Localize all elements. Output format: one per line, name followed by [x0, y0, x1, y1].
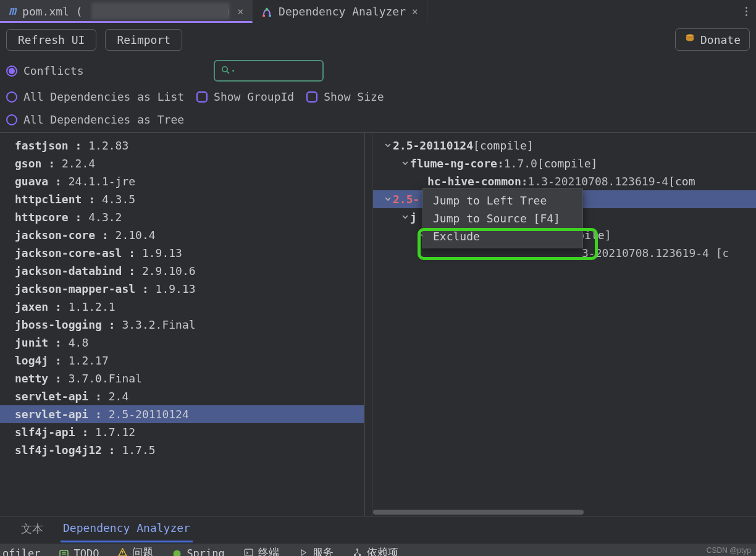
list-item[interactable]: jboss-logging : 3.3.2.Final: [0, 316, 364, 334]
dependency-analyzer-icon: [261, 6, 272, 17]
scrollbar-thumb[interactable]: [373, 510, 584, 515]
list-item[interactable]: jaxen : 1.1.2.1: [0, 298, 364, 316]
chevron-down-icon[interactable]: [400, 213, 410, 222]
dependency-version: 1.9.13: [156, 282, 196, 295]
dependency-version: 1.9.13: [142, 246, 182, 259]
checkbox-icon: [306, 91, 317, 103]
status-services[interactable]: 服务: [298, 545, 334, 556]
node-label: 2.5-: [393, 193, 419, 206]
terminal-icon: [243, 547, 254, 556]
tab-options-icon[interactable]: [737, 0, 756, 23]
chevron-down-icon: ▾: [232, 67, 235, 74]
dependency-name: slf4j-api: [15, 426, 75, 439]
search-input[interactable]: ▾: [214, 60, 324, 82]
todo-icon: [59, 549, 69, 557]
list-item[interactable]: jackson-mapper-asl : 1.9.13: [0, 280, 364, 298]
list-item[interactable]: junit : 4.8: [0, 334, 364, 352]
dependency-version: 1.2.83: [88, 139, 128, 152]
dependency-version: 4.3.2: [88, 211, 122, 224]
dependency-version: 1.7.5: [122, 444, 155, 457]
dependency-name: log4j: [15, 354, 48, 367]
dependency-name: httpclient: [15, 193, 82, 206]
list-item[interactable]: jackson-core-asl : 1.9.13: [0, 244, 364, 262]
list-item[interactable]: netty : 3.7.0.Final: [0, 369, 364, 387]
list-item[interactable]: jackson-core : 2.10.4: [0, 226, 364, 244]
dependency-version: 4.8: [69, 336, 89, 349]
node-label: hc-hive-common: [427, 175, 521, 188]
menu-jump-source[interactable]: Jump to Source [F4]: [423, 209, 582, 227]
check-show-size[interactable]: Show Size: [306, 90, 384, 103]
chevron-down-icon[interactable]: [383, 141, 393, 150]
list-item[interactable]: jackson-databind : 2.9.10.6: [0, 262, 364, 280]
dependency-name: jboss-logging: [15, 318, 102, 331]
search-text[interactable]: [239, 65, 369, 77]
list-item[interactable]: httpcore : 4.3.2: [0, 208, 364, 226]
dependency-name: httpcore: [15, 211, 69, 224]
radio-all-tree[interactable]: All Dependencies as Tree: [6, 113, 184, 126]
dependency-version: 2.4: [109, 390, 129, 403]
tab-dependency-analyzer[interactable]: Dependency Analyzer ×: [253, 0, 427, 23]
svg-rect-7: [60, 550, 68, 557]
list-item[interactable]: log4j : 1.2.17: [0, 352, 364, 369]
status-terminal[interactable]: 终端: [243, 545, 279, 556]
status-todo[interactable]: TODO: [59, 547, 99, 556]
menu-exclude[interactable]: Exclude: [423, 227, 582, 245]
dependency-version: 24.1.1-jre: [69, 175, 135, 188]
status-bar: ofiler TODO 问题 Spring 终端 服务 依赖项 CSDN @pt…: [0, 544, 756, 556]
check-show-groupid[interactable]: Show GroupId: [196, 90, 294, 103]
watermark: CSDN @ptyp: [707, 546, 751, 555]
redacted-region: [91, 2, 230, 20]
donate-icon: [684, 33, 695, 46]
horizontal-scrollbar[interactable]: [373, 508, 756, 516]
services-icon: [298, 547, 308, 556]
list-item[interactable]: servlet-api : 2.5-20110124: [0, 405, 364, 423]
splitter-handle[interactable]: [364, 133, 373, 516]
tree-row[interactable]: hc-hive-common : 1.3-20210708.123619-4 […: [373, 172, 756, 190]
subtab-analyzer[interactable]: Dependency Analyzer: [61, 515, 193, 542]
status-spring[interactable]: Spring: [172, 547, 224, 556]
dependency-name: guava: [15, 175, 48, 188]
list-item[interactable]: guava : 24.1.1-jre: [0, 172, 364, 190]
list-item[interactable]: fastjson : 1.2.83: [0, 137, 364, 154]
svg-point-5: [222, 67, 227, 72]
close-icon[interactable]: ×: [237, 6, 243, 17]
radio-icon: [6, 114, 17, 125]
chevron-down-icon[interactable]: [400, 159, 410, 168]
chevron-down-icon[interactable]: [383, 195, 393, 204]
list-item[interactable]: httpclient : 4.3.5: [0, 190, 364, 208]
dependency-version: 2.2.4: [62, 157, 95, 170]
reimport-button[interactable]: Reimport: [105, 29, 182, 51]
dependency-tree-panel[interactable]: 2.5-20110124 [compile]flume-ng-core : 1.…: [373, 133, 756, 516]
list-item[interactable]: gson : 2.2.4: [0, 154, 364, 172]
svg-marker-13: [301, 550, 306, 555]
dependency-version: 2.9.10.6: [142, 264, 196, 277]
radio-all-list[interactable]: All Dependencies as List: [6, 90, 184, 103]
analyzer-toolbar: Refresh UI Reimport Donate: [0, 23, 756, 56]
dependency-version: 3.7.0.Final: [69, 372, 142, 385]
dependency-list-panel[interactable]: fastjson : 1.2.83gson : 2.2.4guava : 24.…: [0, 133, 364, 516]
dependency-name: jackson-core-asl: [15, 246, 122, 259]
radio-conflicts[interactable]: Conflicts: [6, 64, 84, 77]
refresh-ui-button[interactable]: Refresh UI: [6, 29, 96, 51]
dependency-version: 4.3.5: [102, 193, 135, 206]
dependency-name: junit: [15, 336, 48, 349]
list-item[interactable]: servlet-api : 2.4: [0, 387, 364, 405]
donate-button[interactable]: Donate: [675, 28, 750, 51]
maven-icon: m: [9, 3, 16, 20]
svg-rect-2: [269, 15, 271, 17]
tree-row[interactable]: 2.5-20110124 [compile]: [373, 137, 756, 154]
tree-row[interactable]: flume-ng-core : 1.7.0 [compile]: [373, 154, 756, 172]
status-problems[interactable]: 问题: [117, 545, 153, 556]
subtab-text[interactable]: 文本: [19, 515, 46, 542]
menu-jump-left-tree[interactable]: Jump to Left Tree: [423, 192, 582, 209]
dependency-version: 1.1.2.1: [69, 300, 116, 313]
list-item[interactable]: slf4j-api : 1.7.12: [0, 423, 364, 441]
status-profiler[interactable]: ofiler: [2, 547, 40, 556]
search-icon: [221, 65, 230, 77]
status-dependencies[interactable]: 依赖项: [352, 545, 398, 556]
spring-icon: [172, 549, 182, 557]
dependency-name: slf4j-log4j12: [15, 444, 102, 457]
list-item[interactable]: slf4j-log4j12 : 1.7.5: [0, 441, 364, 459]
editor-tabbar: m pom.xml ( ) × Dependency Analyzer ×: [0, 0, 756, 23]
close-icon[interactable]: ×: [412, 6, 418, 17]
